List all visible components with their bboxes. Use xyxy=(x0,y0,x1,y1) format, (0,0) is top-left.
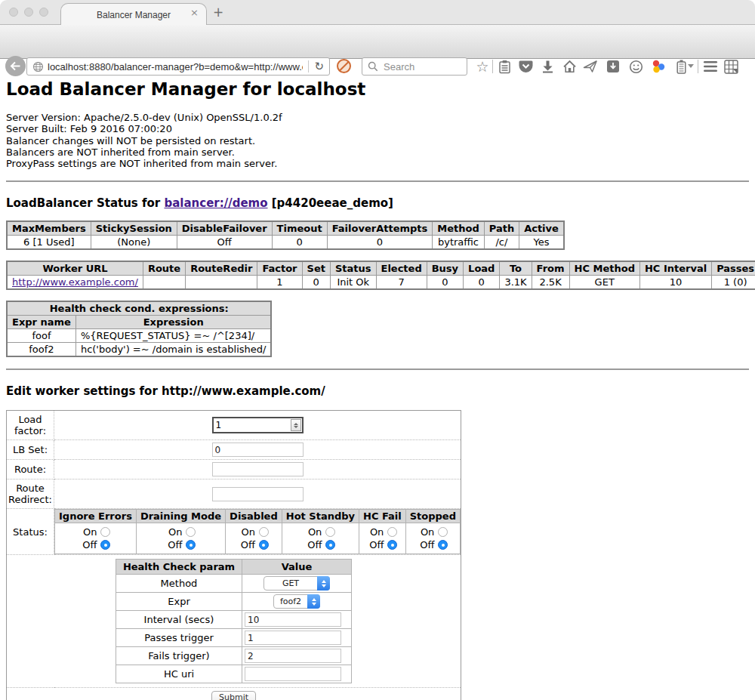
cell: 2.5K xyxy=(532,276,569,290)
cell: foof xyxy=(7,329,76,343)
radio-label: On xyxy=(418,526,434,538)
worker-status-table: Worker URL Route RouteRedir Factor Set S… xyxy=(6,261,755,290)
radio-on[interactable] xyxy=(259,527,269,537)
radio-label: On xyxy=(80,526,97,538)
window-close-button[interactable] xyxy=(9,8,18,17)
radio-on[interactable] xyxy=(186,527,196,537)
new-tab-button[interactable]: + xyxy=(213,6,223,19)
status-header-row: Ignore Errors Draining Mode Disabled Hot… xyxy=(55,510,461,523)
hc-row-fails: Fails trigger) xyxy=(116,647,352,665)
back-button[interactable] xyxy=(5,56,26,76)
field-label: Fails trigger) xyxy=(116,647,242,665)
status-cell-stopped: On Off xyxy=(405,523,460,554)
fails-input[interactable] xyxy=(245,649,341,663)
tab-balancer-manager[interactable]: Balancer Manager × xyxy=(60,3,207,26)
radio-on[interactable] xyxy=(325,527,335,537)
divider xyxy=(6,180,749,182)
cell: 1 (0) xyxy=(712,276,755,290)
cell: 0 xyxy=(327,236,433,250)
home-icon[interactable] xyxy=(562,59,577,74)
save-to-pocket-icon[interactable] xyxy=(606,59,621,74)
col-header: Timeout xyxy=(272,221,327,236)
radio-off[interactable] xyxy=(438,540,448,550)
interval-input[interactable] xyxy=(245,612,341,627)
back-arrow-icon xyxy=(10,61,21,71)
submit-button[interactable]: Submit xyxy=(211,691,256,700)
table-row: foof %{REQUEST_STATUS} =~ /^[234]/ xyxy=(7,329,271,343)
content-blocked-icon[interactable] xyxy=(337,59,351,73)
search-input[interactable] xyxy=(382,60,467,73)
col-header: Draining Mode xyxy=(136,510,225,523)
url-text[interactable]: localhost:8880/balancer-manager?b=demo&w… xyxy=(48,61,303,72)
select-value: GET xyxy=(264,578,317,588)
feedback-smiley-icon[interactable] xyxy=(628,59,643,74)
radio-on[interactable] xyxy=(387,527,397,537)
col-header: Hot Standby xyxy=(282,510,359,523)
col-header: Route xyxy=(143,261,185,276)
form-row-lb-set: LB Set: xyxy=(7,440,461,460)
downloads-icon[interactable] xyxy=(540,59,555,74)
menu-hamburger-icon[interactable] xyxy=(703,59,718,74)
load-factor-input[interactable] xyxy=(214,420,291,430)
window-controls[interactable] xyxy=(9,8,48,17)
route-input[interactable] xyxy=(212,462,304,476)
col-header: Health Check param xyxy=(116,560,242,575)
balancer-demo-link[interactable]: balancer://demo xyxy=(164,196,267,210)
grid-tiles-icon[interactable] xyxy=(723,59,738,74)
status-cell-draining-mode: On Off xyxy=(136,523,225,554)
pocket-icon[interactable] xyxy=(518,59,533,74)
lb-set-input[interactable] xyxy=(212,443,304,457)
status-radio-row: On Off On Off On Off xyxy=(55,523,461,554)
browser-window: Balancer Manager × + localhost:8880/bala… xyxy=(0,0,755,700)
col-header: From xyxy=(532,261,569,276)
tab-close-icon[interactable]: × xyxy=(190,8,199,17)
col-header: Path xyxy=(484,221,519,236)
method-select[interactable]: GET xyxy=(263,576,330,591)
clipboard-icon[interactable] xyxy=(497,59,512,74)
hc-uri-input[interactable] xyxy=(245,667,341,681)
window-minimize-button[interactable] xyxy=(24,8,33,17)
number-stepper-icon[interactable] xyxy=(291,419,301,431)
form-row-health-check: Health Check param Value Method GET xyxy=(7,555,461,688)
worker-url-link[interactable]: http://www.example.com/ xyxy=(12,276,138,288)
radio-off[interactable] xyxy=(387,540,397,550)
passes-input[interactable] xyxy=(245,631,341,645)
server-version-line: Server Version: Apache/2.5.0-dev (Unix) … xyxy=(6,112,749,123)
cell xyxy=(186,276,257,290)
cell: 1 xyxy=(257,276,302,290)
balancer-status-table: MaxMembers StickySession DisableFailover… xyxy=(6,220,565,250)
route-redirect-input[interactable] xyxy=(212,487,304,501)
reload-icon[interactable]: ↻ xyxy=(314,61,324,72)
health-check-param-table: Health Check param Value Method GET xyxy=(116,559,352,683)
radio-label: On xyxy=(305,526,322,538)
radio-on[interactable] xyxy=(100,527,110,537)
form-row-route: Route: xyxy=(7,460,461,480)
battery-icon[interactable] xyxy=(673,59,689,74)
radio-off[interactable] xyxy=(259,540,269,550)
col-header: HC Fail xyxy=(359,510,406,523)
cell: http://www.example.com/ xyxy=(7,276,143,290)
col-header: Expression xyxy=(76,316,271,329)
cell: 0 xyxy=(302,276,330,290)
colored-dots-icon[interactable] xyxy=(651,59,666,74)
bookmark-star-icon[interactable]: ☆ xyxy=(475,59,490,74)
col-header: Load xyxy=(464,261,500,276)
load-factor-field[interactable] xyxy=(212,417,304,433)
battery-dropdown-caret-icon[interactable] xyxy=(688,64,694,68)
radio-label: Off xyxy=(165,538,182,551)
col-header: Worker URL xyxy=(7,261,143,276)
field-label: Expr xyxy=(116,593,242,611)
url-bar[interactable]: localhost:8880/balancer-manager?b=demo&w… xyxy=(26,57,330,76)
status-cell-disabled: On Off xyxy=(226,523,282,554)
radio-on[interactable] xyxy=(438,527,448,537)
radio-off[interactable] xyxy=(325,540,335,550)
window-zoom-button[interactable] xyxy=(39,8,48,17)
search-bar[interactable] xyxy=(362,57,467,76)
radio-off[interactable] xyxy=(186,540,196,550)
send-plane-icon[interactable] xyxy=(583,59,598,74)
field-label: Status: xyxy=(7,509,54,555)
cell: %{REQUEST_STATUS} =~ /^[234]/ xyxy=(76,329,271,343)
col-header: To xyxy=(500,261,532,276)
expr-select[interactable]: foof2 xyxy=(273,594,320,609)
radio-off[interactable] xyxy=(100,540,110,550)
